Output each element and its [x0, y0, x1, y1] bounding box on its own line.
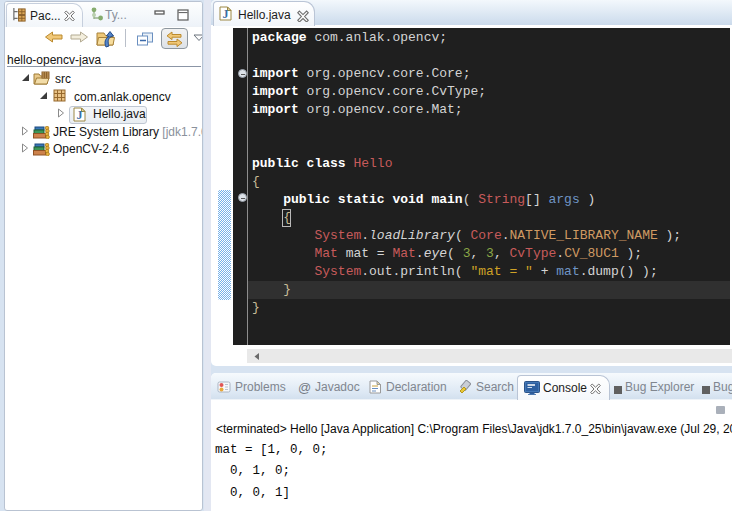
svg-text:J: J: [77, 108, 83, 122]
svg-text:J: J: [223, 7, 229, 21]
